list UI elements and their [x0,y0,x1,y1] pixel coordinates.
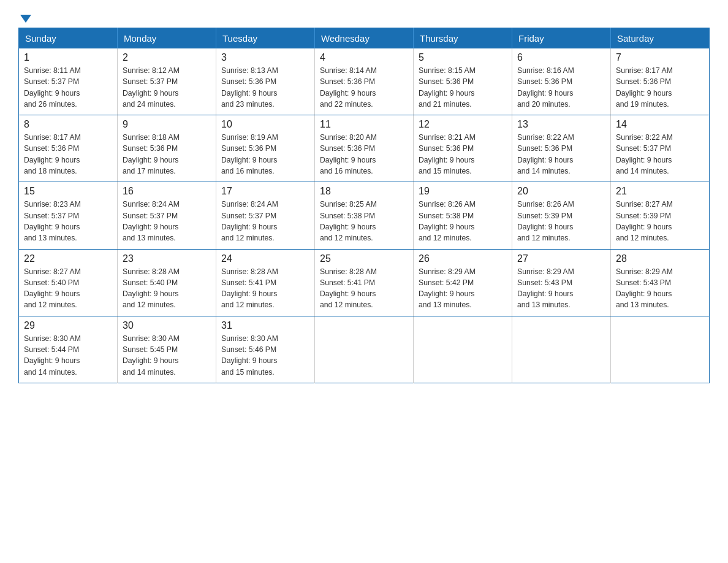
day-header-wednesday: Wednesday [315,28,414,49]
logo [18,12,31,18]
day-number: 17 [221,186,309,197]
day-cell: 23 Sunrise: 8:28 AMSunset: 5:40 PMDaylig… [118,249,216,316]
day-cell: 17 Sunrise: 8:24 AMSunset: 5:37 PMDaylig… [216,182,315,249]
day-cell: 10 Sunrise: 8:19 AMSunset: 5:36 PMDaylig… [216,115,315,182]
week-row-1: 1 Sunrise: 8:11 AMSunset: 5:37 PMDayligh… [19,48,710,115]
day-info: Sunrise: 8:15 AMSunset: 5:36 PMDaylight:… [419,66,476,109]
day-number: 9 [123,119,211,130]
day-number: 23 [123,253,211,264]
day-number: 7 [616,52,704,63]
day-number: 1 [24,52,112,63]
day-number: 5 [419,52,507,63]
day-cell: 26 Sunrise: 8:29 AMSunset: 5:42 PMDaylig… [414,249,512,316]
day-number: 13 [517,119,605,130]
day-info: Sunrise: 8:22 AMSunset: 5:37 PMDaylight:… [616,133,673,175]
day-header-tuesday: Tuesday [216,28,315,49]
day-info: Sunrise: 8:14 AMSunset: 5:36 PMDaylight:… [320,66,377,109]
day-info: Sunrise: 8:19 AMSunset: 5:36 PMDaylight:… [221,133,278,175]
day-number: 28 [616,253,704,264]
day-number: 16 [123,186,211,197]
page-header [18,12,710,18]
day-number: 2 [123,52,211,63]
day-number: 24 [221,253,309,264]
day-cell: 5 Sunrise: 8:15 AMSunset: 5:36 PMDayligh… [414,48,512,115]
day-number: 4 [320,52,408,63]
day-number: 6 [517,52,605,63]
day-cell: 13 Sunrise: 8:22 AMSunset: 5:36 PMDaylig… [512,115,611,182]
day-number: 3 [221,52,309,63]
day-cell: 4 Sunrise: 8:14 AMSunset: 5:36 PMDayligh… [315,48,414,115]
day-header-friday: Friday [512,28,611,49]
day-number: 12 [419,119,507,130]
day-info: Sunrise: 8:28 AMSunset: 5:41 PMDaylight:… [221,267,278,310]
day-info: Sunrise: 8:26 AMSunset: 5:38 PMDaylight:… [419,200,476,242]
day-cell: 25 Sunrise: 8:28 AMSunset: 5:41 PMDaylig… [315,249,414,316]
day-info: Sunrise: 8:18 AMSunset: 5:36 PMDaylight:… [123,133,180,175]
week-row-5: 29 Sunrise: 8:30 AMSunset: 5:44 PMDaylig… [19,316,710,383]
day-number: 30 [123,320,211,331]
day-info: Sunrise: 8:17 AMSunset: 5:36 PMDaylight:… [24,133,81,175]
day-info: Sunrise: 8:30 AMSunset: 5:46 PMDaylight:… [221,334,278,377]
day-number: 11 [320,119,408,130]
day-info: Sunrise: 8:21 AMSunset: 5:36 PMDaylight:… [419,133,476,175]
day-info: Sunrise: 8:28 AMSunset: 5:41 PMDaylight:… [320,267,377,310]
day-info: Sunrise: 8:11 AMSunset: 5:37 PMDaylight:… [24,66,81,109]
week-row-2: 8 Sunrise: 8:17 AMSunset: 5:36 PMDayligh… [19,115,710,182]
day-header-monday: Monday [118,28,216,49]
day-info: Sunrise: 8:25 AMSunset: 5:38 PMDaylight:… [320,200,377,242]
day-cell: 11 Sunrise: 8:20 AMSunset: 5:36 PMDaylig… [315,115,414,182]
day-info: Sunrise: 8:30 AMSunset: 5:45 PMDaylight:… [123,334,180,377]
day-cell: 21 Sunrise: 8:27 AMSunset: 5:39 PMDaylig… [611,182,710,249]
day-number: 25 [320,253,408,264]
day-info: Sunrise: 8:29 AMSunset: 5:43 PMDaylight:… [517,267,574,310]
day-number: 20 [517,186,605,197]
day-info: Sunrise: 8:17 AMSunset: 5:36 PMDaylight:… [616,66,673,109]
day-info: Sunrise: 8:24 AMSunset: 5:37 PMDaylight:… [123,200,180,242]
logo-arrow-icon [20,15,31,23]
day-cell: 24 Sunrise: 8:28 AMSunset: 5:41 PMDaylig… [216,249,315,316]
day-info: Sunrise: 8:27 AMSunset: 5:40 PMDaylight:… [24,267,81,310]
day-cell: 14 Sunrise: 8:22 AMSunset: 5:37 PMDaylig… [611,115,710,182]
day-cell: 30 Sunrise: 8:30 AMSunset: 5:45 PMDaylig… [118,316,216,383]
day-cell [315,316,414,383]
day-cell [611,316,710,383]
day-cell: 31 Sunrise: 8:30 AMSunset: 5:46 PMDaylig… [216,316,315,383]
day-header-sunday: Sunday [19,28,118,49]
day-info: Sunrise: 8:27 AMSunset: 5:39 PMDaylight:… [616,200,673,242]
day-header-saturday: Saturday [611,28,710,49]
day-info: Sunrise: 8:23 AMSunset: 5:37 PMDaylight:… [24,200,81,242]
day-cell: 27 Sunrise: 8:29 AMSunset: 5:43 PMDaylig… [512,249,611,316]
day-info: Sunrise: 8:16 AMSunset: 5:36 PMDaylight:… [517,66,574,109]
day-cell: 12 Sunrise: 8:21 AMSunset: 5:36 PMDaylig… [414,115,512,182]
day-info: Sunrise: 8:22 AMSunset: 5:36 PMDaylight:… [517,133,574,175]
day-cell: 3 Sunrise: 8:13 AMSunset: 5:36 PMDayligh… [216,48,315,115]
day-cell: 29 Sunrise: 8:30 AMSunset: 5:44 PMDaylig… [19,316,118,383]
day-number: 15 [24,186,112,197]
day-cell: 7 Sunrise: 8:17 AMSunset: 5:36 PMDayligh… [611,48,710,115]
day-info: Sunrise: 8:28 AMSunset: 5:40 PMDaylight:… [123,267,180,310]
day-cell: 28 Sunrise: 8:29 AMSunset: 5:43 PMDaylig… [611,249,710,316]
day-info: Sunrise: 8:20 AMSunset: 5:36 PMDaylight:… [320,133,377,175]
day-cell: 1 Sunrise: 8:11 AMSunset: 5:37 PMDayligh… [19,48,118,115]
day-info: Sunrise: 8:12 AMSunset: 5:37 PMDaylight:… [123,66,180,109]
day-number: 18 [320,186,408,197]
day-number: 8 [24,119,112,130]
day-cell [414,316,512,383]
day-info: Sunrise: 8:30 AMSunset: 5:44 PMDaylight:… [24,334,81,377]
day-header-thursday: Thursday [414,28,512,49]
day-number: 31 [221,320,309,331]
day-cell: 22 Sunrise: 8:27 AMSunset: 5:40 PMDaylig… [19,249,118,316]
week-row-3: 15 Sunrise: 8:23 AMSunset: 5:37 PMDaylig… [19,182,710,249]
day-cell: 9 Sunrise: 8:18 AMSunset: 5:36 PMDayligh… [118,115,216,182]
calendar-table: SundayMondayTuesdayWednesdayThursdayFrid… [18,28,710,383]
day-info: Sunrise: 8:29 AMSunset: 5:42 PMDaylight:… [419,267,476,310]
day-info: Sunrise: 8:24 AMSunset: 5:37 PMDaylight:… [221,200,278,242]
day-cell: 20 Sunrise: 8:26 AMSunset: 5:39 PMDaylig… [512,182,611,249]
day-cell: 6 Sunrise: 8:16 AMSunset: 5:36 PMDayligh… [512,48,611,115]
day-info: Sunrise: 8:29 AMSunset: 5:43 PMDaylight:… [616,267,673,310]
day-number: 10 [221,119,309,130]
day-cell: 16 Sunrise: 8:24 AMSunset: 5:37 PMDaylig… [118,182,216,249]
day-number: 27 [517,253,605,264]
day-cell [512,316,611,383]
day-number: 26 [419,253,507,264]
